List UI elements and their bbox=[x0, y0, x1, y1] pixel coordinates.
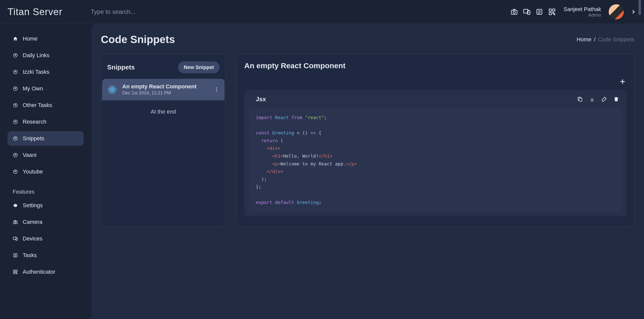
sidebar-feature-camera[interactable]: Camera bbox=[8, 215, 84, 229]
plus-icon[interactable] bbox=[619, 78, 627, 86]
search-input[interactable] bbox=[91, 6, 510, 18]
sidebar-item-label: Research bbox=[23, 119, 46, 125]
external-icon bbox=[13, 169, 18, 174]
sidebar-item-daily-links[interactable]: Daily Links bbox=[8, 48, 84, 63]
sidebar-feature-settings[interactable]: Settings bbox=[8, 198, 84, 213]
tasks-list-icon[interactable] bbox=[535, 8, 543, 16]
snippet-detail-panel: An empty React Component Jsx bbox=[236, 54, 634, 227]
page-header: Code Snippets Home / Code Snippets bbox=[101, 33, 634, 46]
svg-rect-0 bbox=[511, 10, 517, 14]
svg-point-22 bbox=[15, 222, 16, 223]
external-icon bbox=[13, 86, 18, 91]
sidebar-item-youtube[interactable]: Youtube bbox=[8, 164, 84, 179]
snippets-list-title: Snippets bbox=[107, 63, 135, 71]
svg-rect-43 bbox=[579, 98, 582, 101]
external-icon bbox=[13, 69, 18, 75]
copy-icon[interactable] bbox=[577, 96, 583, 102]
svg-rect-8 bbox=[549, 9, 551, 11]
svg-rect-11 bbox=[553, 13, 554, 14]
avatar[interactable] bbox=[609, 4, 624, 19]
sidebar-item-research[interactable]: Research bbox=[8, 115, 84, 129]
snippet-list-item[interactable]: An empty React Component Dec 1st 2024, 1… bbox=[102, 79, 225, 100]
qr-icon bbox=[13, 269, 18, 275]
svg-rect-9 bbox=[553, 9, 555, 11]
svg-point-1 bbox=[513, 11, 515, 14]
sidebar-feature-tasks[interactable]: Tasks bbox=[8, 248, 84, 263]
snippets-list-panel: Snippets New Snippet An empty React Comp… bbox=[101, 54, 226, 227]
breadcrumb: Home / Code Snippets bbox=[577, 36, 634, 43]
user-block: Sanjeet Pathak Admin bbox=[564, 6, 601, 18]
sidebar: HomeDaily LinksIzzki TasksMy OwnOther Ta… bbox=[0, 24, 91, 319]
sidebar-item-label: Snippets bbox=[23, 135, 44, 142]
sidebar-item-izzki-tasks[interactable]: Izzki Tasks bbox=[8, 65, 84, 79]
sidebar-feature-devices[interactable]: Devices bbox=[8, 231, 84, 246]
svg-rect-29 bbox=[14, 270, 15, 272]
gear-icon bbox=[13, 203, 18, 208]
code-language-label: Jsx bbox=[256, 96, 266, 103]
snippet-item-name: An empty React Component bbox=[122, 83, 208, 90]
code-body[interactable]: import React from "react"; const Greetin… bbox=[249, 108, 622, 212]
main-content: Code Snippets Home / Code Snippets Snipp… bbox=[91, 24, 644, 319]
svg-point-39 bbox=[216, 89, 217, 90]
list-end-text: At the end bbox=[101, 100, 226, 118]
camera-icon[interactable] bbox=[510, 8, 518, 16]
svg-rect-30 bbox=[16, 270, 17, 272]
svg-rect-31 bbox=[14, 272, 15, 274]
sidebar-item-label: Devices bbox=[23, 235, 42, 242]
svg-point-34 bbox=[111, 89, 113, 90]
svg-rect-32 bbox=[16, 272, 16, 273]
topbar: Titan Server Sanjeet Pathak Admin bbox=[0, 0, 644, 24]
sidebar-item-label: Youtube bbox=[23, 168, 43, 175]
list-icon bbox=[13, 253, 18, 258]
qr-icon[interactable] bbox=[548, 8, 556, 16]
external-icon bbox=[13, 152, 18, 158]
camera-icon bbox=[13, 219, 18, 225]
sidebar-item-label: Authenticator bbox=[23, 269, 55, 275]
sidebar-item-label: Camera bbox=[23, 219, 42, 225]
topbar-actions: Sanjeet Pathak Admin bbox=[510, 4, 636, 19]
react-icon bbox=[107, 85, 117, 95]
more-vertical-icon[interactable] bbox=[213, 87, 220, 93]
external-icon bbox=[13, 53, 18, 58]
sidebar-feature-authenticator[interactable]: Authenticator bbox=[8, 265, 84, 279]
trash-icon[interactable] bbox=[613, 96, 620, 102]
svg-rect-21 bbox=[14, 221, 17, 224]
snippet-item-date: Dec 1st 2024, 11:21 PM bbox=[122, 90, 208, 96]
chevron-right-icon[interactable] bbox=[630, 9, 636, 15]
devices-icon[interactable] bbox=[523, 8, 531, 16]
edit-icon[interactable] bbox=[601, 96, 607, 102]
code-card: Jsx bbox=[244, 90, 627, 216]
sidebar-item-label: My Own bbox=[23, 85, 43, 92]
sidebar-item-label: Tasks bbox=[23, 252, 37, 259]
download-icon[interactable] bbox=[589, 96, 595, 102]
page-title: Code Snippets bbox=[101, 33, 175, 46]
external-icon bbox=[13, 102, 18, 108]
sidebar-item-snippets[interactable]: Snippets bbox=[8, 131, 84, 146]
sidebar-item-home[interactable]: Home bbox=[8, 31, 84, 46]
external-icon bbox=[13, 136, 18, 141]
new-snippet-button[interactable]: New Snippet bbox=[178, 61, 220, 73]
user-role: Admin bbox=[588, 13, 601, 18]
sidebar-item-label: Izzki Tasks bbox=[23, 69, 49, 75]
sidebar-section-features: Features bbox=[8, 181, 84, 198]
sidebar-item-vaani[interactable]: Vaani bbox=[8, 148, 84, 162]
snippet-detail-title: An empty React Component bbox=[244, 61, 627, 70]
vertical-scrollbar[interactable] bbox=[638, 0, 641, 15]
user-name: Sanjeet Pathak bbox=[564, 6, 601, 13]
external-icon bbox=[13, 119, 18, 125]
svg-rect-12 bbox=[554, 14, 555, 15]
svg-point-40 bbox=[216, 91, 217, 92]
svg-rect-10 bbox=[549, 13, 551, 15]
breadcrumb-separator: / bbox=[594, 36, 596, 43]
sidebar-item-my-own[interactable]: My Own bbox=[8, 81, 84, 96]
app-logo: Titan Server bbox=[8, 7, 91, 17]
sidebar-item-label: Home bbox=[23, 36, 38, 42]
sidebar-item-label: Other Tasks bbox=[23, 102, 52, 109]
svg-point-38 bbox=[216, 87, 217, 88]
breadcrumb-home[interactable]: Home bbox=[577, 36, 592, 43]
devices-icon bbox=[13, 236, 18, 241]
home-icon bbox=[13, 36, 18, 42]
svg-rect-33 bbox=[17, 273, 17, 274]
sidebar-item-other-tasks[interactable]: Other Tasks bbox=[8, 98, 84, 113]
sidebar-item-label: Daily Links bbox=[23, 52, 49, 59]
